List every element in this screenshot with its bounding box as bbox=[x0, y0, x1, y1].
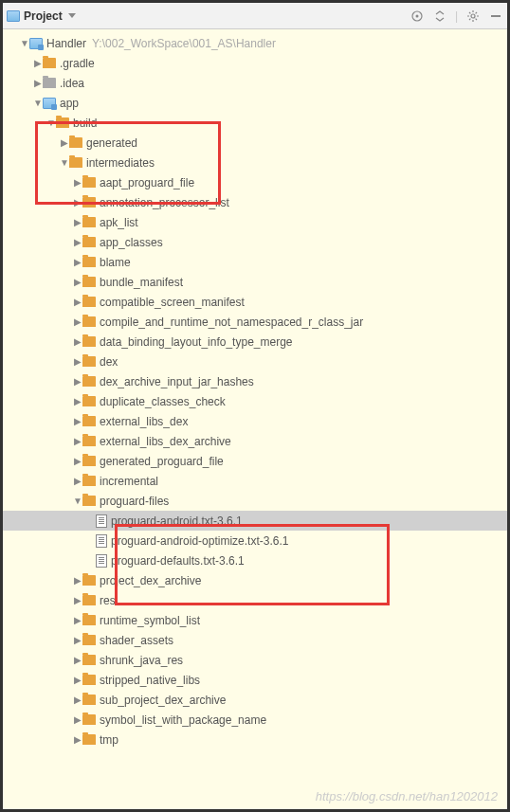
folder-icon bbox=[82, 714, 96, 725]
folder-shader_assets[interactable]: ▶ shader_assets bbox=[3, 630, 507, 650]
module-icon bbox=[29, 38, 43, 49]
expand-arrow-icon[interactable]: ▶ bbox=[73, 695, 82, 705]
folder-data_binding_layout_info_type_merge[interactable]: ▶ data_binding_layout_info_type_merge bbox=[3, 332, 507, 352]
hide-icon[interactable] bbox=[488, 9, 503, 24]
folder-icon bbox=[82, 316, 96, 327]
folder-sub_project_dex_archive[interactable]: ▶ sub_project_dex_archive bbox=[3, 690, 507, 710]
folder-duplicate_classes_check[interactable]: ▶ duplicate_classes_check bbox=[3, 391, 507, 411]
expand-arrow-icon[interactable]: ▶ bbox=[73, 197, 82, 208]
file-icon bbox=[96, 554, 107, 568]
expand-arrow-icon[interactable]: ▼ bbox=[33, 98, 43, 108]
folder-stripped_native_libs[interactable]: ▶ stripped_native_libs bbox=[3, 670, 507, 690]
view-selector[interactable]: Project bbox=[7, 9, 76, 23]
expand-arrow-icon[interactable]: ▶ bbox=[73, 456, 82, 466]
locate-icon[interactable] bbox=[410, 9, 425, 24]
folder-symbol_list_with_package_name[interactable]: ▶ symbol_list_with_package_name bbox=[3, 710, 507, 730]
folder-dex_archive_input_jar_hashes[interactable]: ▶ dex_archive_input_jar_hashes bbox=[3, 371, 507, 391]
folder-icon bbox=[69, 157, 82, 168]
folder-annotation_processor_list[interactable]: ▶ annotation_processor_list bbox=[3, 192, 507, 212]
node-label: proguard-android.txt-3.6.1 bbox=[111, 514, 243, 528]
folder-external_libs_dex[interactable]: ▶ external_libs_dex bbox=[3, 411, 507, 431]
expand-arrow-icon[interactable]: ▶ bbox=[73, 416, 82, 426]
expand-arrow-icon[interactable]: ▶ bbox=[73, 734, 82, 745]
node-label: external_libs_dex_archive bbox=[100, 435, 231, 448]
node-label: generated bbox=[86, 136, 137, 150]
node-label: shader_assets bbox=[100, 634, 173, 647]
expand-arrow-icon[interactable]: ▶ bbox=[73, 376, 82, 387]
folder-generated_proguard_file[interactable]: ▶ generated_proguard_file bbox=[3, 451, 507, 471]
node-label: project_dex_archive bbox=[100, 574, 201, 587]
node-label: res bbox=[100, 594, 116, 607]
folder-icon bbox=[82, 595, 96, 605]
folder-icon bbox=[82, 237, 96, 247]
expand-arrow-icon[interactable]: ▼ bbox=[20, 38, 29, 48]
expand-arrow-icon[interactable]: ▶ bbox=[73, 595, 82, 605]
expand-arrow-icon[interactable]: ▶ bbox=[73, 436, 82, 446]
expand-arrow-icon[interactable]: ▶ bbox=[73, 615, 82, 625]
gear-icon[interactable] bbox=[465, 9, 481, 24]
expand-arrow-icon[interactable]: ▶ bbox=[73, 237, 82, 247]
folder-compatible_screen_manifest[interactable]: ▶ compatible_screen_manifest bbox=[3, 292, 507, 312]
folder-tmp[interactable]: ▶ tmp bbox=[3, 730, 507, 749]
expand-arrow-icon[interactable]: ▶ bbox=[73, 257, 82, 267]
collapse-icon[interactable] bbox=[432, 9, 447, 24]
node-label: Handler bbox=[46, 37, 86, 50]
expand-arrow-icon[interactable]: ▶ bbox=[73, 396, 82, 406]
folder-aapt_proguard_file[interactable]: ▶ aapt_proguard_file bbox=[3, 172, 507, 192]
folder-build[interactable]: ▼ build bbox=[3, 113, 507, 133]
expand-arrow-icon[interactable]: ▼ bbox=[46, 117, 56, 128]
expand-arrow-icon[interactable]: ▶ bbox=[73, 217, 82, 227]
project-tree[interactable]: ▼ Handler Y:\002_WorkSpace\001_AS\Handle… bbox=[3, 29, 507, 809]
file-proguard-android-txt-3-6-1[interactable]: ▶ proguard-android.txt-3.6.1 bbox=[3, 511, 507, 531]
file-proguard-android-optimize-txt-3-6-1[interactable]: ▶ proguard-android-optimize.txt-3.6.1 bbox=[3, 531, 507, 550]
expand-arrow-icon[interactable]: ▶ bbox=[73, 635, 82, 645]
expand-arrow-icon[interactable]: ▶ bbox=[73, 655, 82, 665]
folder-apk_list[interactable]: ▶ apk_list bbox=[3, 212, 507, 232]
folder-idea[interactable]: ▶ .idea bbox=[3, 73, 507, 93]
folder-res[interactable]: ▶ res bbox=[3, 590, 507, 610]
view-label: Project bbox=[24, 9, 63, 23]
folder-compile_and_runtime_not_namespaced_r_class_jar[interactable]: ▶ compile_and_runtime_not_namespaced_r_c… bbox=[3, 312, 507, 332]
expand-arrow-icon[interactable]: ▶ bbox=[73, 356, 82, 367]
node-label: generated_proguard_file bbox=[100, 455, 224, 468]
node-label: compatible_screen_manifest bbox=[100, 296, 245, 309]
expand-arrow-icon[interactable]: ▶ bbox=[60, 137, 69, 148]
chevron-down-icon bbox=[68, 13, 76, 18]
folder-dex[interactable]: ▶ dex bbox=[3, 352, 507, 371]
folder-app_classes[interactable]: ▶ app_classes bbox=[3, 232, 507, 252]
expand-arrow-icon[interactable]: ▶ bbox=[73, 316, 82, 327]
node-label: dex bbox=[100, 355, 118, 369]
folder-icon bbox=[82, 356, 96, 367]
folder-bundle_manifest[interactable]: ▶ bundle_manifest bbox=[3, 272, 507, 292]
expand-arrow-icon[interactable]: ▼ bbox=[60, 157, 69, 168]
expand-arrow-icon[interactable]: ▶ bbox=[33, 78, 43, 88]
root-node[interactable]: ▼ Handler Y:\002_WorkSpace\001_AS\Handle… bbox=[3, 33, 507, 53]
folder-project_dex_archive[interactable]: ▶ project_dex_archive bbox=[3, 570, 507, 590]
folder-external_libs_dex_archive[interactable]: ▶ external_libs_dex_archive bbox=[3, 431, 507, 451]
expand-arrow-icon[interactable]: ▶ bbox=[73, 675, 82, 685]
expand-arrow-icon[interactable]: ▶ bbox=[73, 177, 82, 188]
folder-blame[interactable]: ▶ blame bbox=[3, 252, 507, 272]
folder-shrunk_java_res[interactable]: ▶ shrunk_java_res bbox=[3, 650, 507, 670]
expand-arrow-icon[interactable]: ▶ bbox=[73, 297, 82, 307]
node-label: .idea bbox=[60, 77, 84, 90]
folder-runtime_symbol_list[interactable]: ▶ runtime_symbol_list bbox=[3, 610, 507, 630]
expand-arrow-icon[interactable]: ▶ bbox=[73, 476, 82, 486]
folder-proguard-files[interactable]: ▼ proguard-files bbox=[3, 491, 507, 511]
expand-arrow-icon[interactable]: ▼ bbox=[73, 496, 82, 506]
expand-arrow-icon[interactable]: ▶ bbox=[73, 336, 82, 347]
node-label: symbol_list_with_package_name bbox=[100, 713, 266, 727]
node-label: intermediates bbox=[86, 156, 155, 170]
folder-incremental[interactable]: ▶ incremental bbox=[3, 471, 507, 491]
folder-icon bbox=[82, 297, 96, 307]
folder-gradle[interactable]: ▶ .gradle bbox=[3, 53, 507, 73]
node-label: duplicate_classes_check bbox=[100, 395, 226, 408]
module-app[interactable]: ▼ app bbox=[3, 93, 507, 113]
folder-intermediates[interactable]: ▼ intermediates bbox=[3, 153, 507, 172]
expand-arrow-icon[interactable]: ▶ bbox=[33, 58, 43, 68]
folder-generated[interactable]: ▶ generated bbox=[3, 133, 507, 153]
file-proguard-defaults-txt-3-6-1[interactable]: ▶ proguard-defaults.txt-3.6.1 bbox=[3, 550, 507, 570]
expand-arrow-icon[interactable]: ▶ bbox=[73, 714, 82, 725]
expand-arrow-icon[interactable]: ▶ bbox=[73, 277, 82, 287]
expand-arrow-icon[interactable]: ▶ bbox=[73, 575, 82, 586]
